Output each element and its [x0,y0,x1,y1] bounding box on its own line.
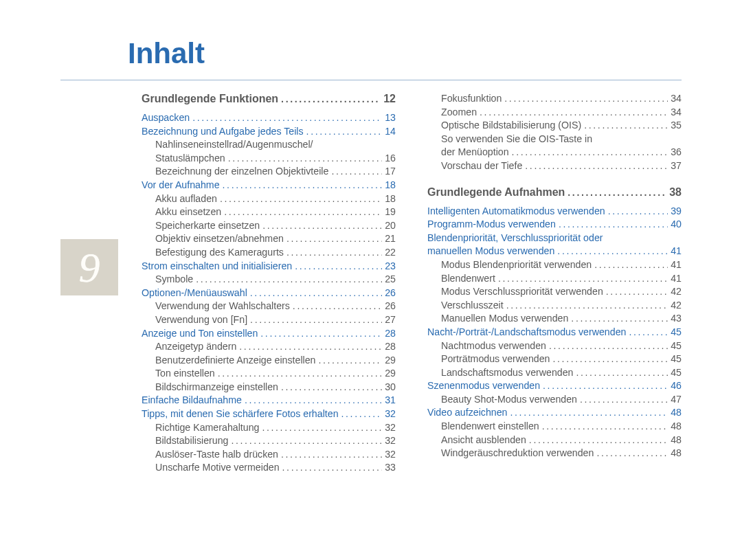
toc-sub-row: Porträtmodus verwenden..................… [427,354,682,363]
toc-entry-label: Benutzerdefinierte Anzeige einstellen [155,355,315,365]
toc-entry-page: 32 [385,436,396,445]
toc-entry-page: 34 [671,93,682,103]
toc-entry-label: Akku aufladen [155,194,217,203]
toc-sub-row: Verwendung der Wahlschalters............… [142,301,396,311]
toc-section-row: Einfache Bildaufnahme...................… [142,395,396,405]
toc-entry-label: Objektiv einsetzen/abnehmen [155,234,284,243]
toc-sub-row: Richtige Kamerahaltung..................… [142,423,396,432]
toc-chapter-row: Grundlegende Funktionen.................… [142,93,396,104]
toc-entry-label: Modus Verschlusspriorität verwenden [441,287,603,296]
toc-leader-dots: ........................................… [606,287,668,296]
toc-entry-label: Bildschirmanzeige einstellen [155,382,278,392]
toc-entry-page: 28 [385,328,396,338]
toc-entry-page: 25 [385,274,396,284]
toc-entry-label: Blendenpriorität, Verschlusspriorität od… [427,233,603,243]
toc-entry-label: der Menüoption [441,147,509,157]
toc-leader-dots: ........................................… [318,355,382,365]
toc-leader-dots: ........................................… [250,288,382,298]
toc-sub-row: Unscharfe Motive vermeiden..............… [142,462,396,472]
toc-section-row: manuellen Modus verwenden...............… [427,246,682,256]
toc-entry-label: Ton einstellen [155,368,215,378]
toc-leader-dots: ........................................… [341,409,383,418]
toc-entry-label: Richtige Kamerahaltung [155,423,259,432]
toc-entry-page: 48 [671,448,682,458]
toc-sub-row: Bildschirmanzeige einstellen............… [142,382,396,392]
toc-entry-label: So verwenden Sie die OIS-Taste in [441,134,592,144]
toc-leader-dots: ........................................… [293,301,382,311]
toc-sub-row: Blendenwert einstellen..................… [427,421,682,431]
toc-entry-label: Blendenwert einstellen [441,421,539,431]
toc-leader-dots: ........................................… [286,234,382,243]
toc-sub-row: So verwenden Sie die OIS-Taste in [427,134,682,144]
toc-entry-page: 37 [671,161,682,170]
toc-entry-label: Intelligenten Automatikmodus verwenden [427,206,605,216]
toc-entry-page: 12 [383,93,396,104]
toc-entry-label: Programm-Modus verwenden [427,219,556,229]
toc-entry-label: Bezeichnung der einzelnen Objektivteile [155,166,328,176]
toc-entry-page: 32 [385,409,396,418]
toc-entry-label: Optische Bildstabilisierung (OIS) [441,120,581,130]
toc-entry-page: 45 [671,327,682,337]
page-root: 9 Inhalt Grundlegende Funktionen........… [0,0,742,560]
toc-chapter-row: Grundlegende Aufnahmen..................… [427,187,682,198]
toc-leader-dots: ........................................… [192,113,382,122]
toc-entry-page: 41 [671,273,682,283]
toc-sub-row: Statuslämpchen..........................… [142,153,396,163]
toc-entry-label: Nacht-/Porträt-/Landschaftsmodus verwend… [427,327,626,337]
toc-leader-dots: ........................................… [224,207,382,216]
toc-leader-dots: ........................................… [220,194,382,203]
toc-entry-label: Verwendung von [Fn] [155,315,247,324]
toc-sub-row: Vorschau der Tiefe......................… [427,161,682,170]
toc-entry-label: Tipps, mit denen Sie schärfere Fotos erh… [142,409,339,418]
toc-entry-page: 27 [385,315,396,324]
toc-entry-label: Auspacken [142,113,190,122]
toc-leader-dots: ........................................… [498,273,668,283]
toc-entry-page: 29 [385,368,396,378]
toc-section-row: Video aufzeichnen.......................… [427,407,682,417]
toc-leader-dots: ........................................… [543,381,668,390]
toc-entry-page: 33 [385,462,396,472]
toc-leader-dots: ........................................… [250,315,382,324]
toc-entry-label: Nahlinseneinstellrad/Augenmuschel/ [155,139,313,149]
toc-entry-page: 28 [385,341,396,351]
toc-leader-dots: ........................................… [239,341,382,351]
toc-sub-row: Optische Bildstabilisierung (OIS).......… [427,120,682,130]
toc-entry-page: 17 [385,166,396,176]
toc-entry-page: 13 [385,113,396,122]
toc-entry-page: 48 [671,407,682,417]
toc-sub-row: Blendenwert.............................… [427,273,682,283]
toc-leader-dots: ........................................… [506,300,668,310]
toc-entry-page: 48 [671,421,682,431]
toc-entry-label: Verwendung der Wahlschalters [155,301,290,311]
toc-entry-page: 42 [671,287,682,296]
toc-section-row: Optionen-/Menüauswahl...................… [142,288,396,298]
toc-entry-label: Unscharfe Motive vermeiden [155,462,280,472]
toc-entry-page: 18 [385,180,396,190]
toc-section-row: Vor der Aufnahme........................… [142,180,396,190]
toc-leader-dots: ........................................… [557,246,668,256]
toc-sub-row: Befestigung des Kameragurts.............… [142,247,396,257]
toc-leader-dots: ........................................… [260,328,382,338]
toc-leader-dots: ........................................… [331,166,382,176]
toc-entry-page: 41 [671,246,682,256]
toc-sub-row: Objektiv einsetzen/abnehmen.............… [142,234,396,243]
toc-section-row: Anzeige und Ton einstellen..............… [142,328,396,338]
toc-sub-row: Modus Verschlusspriorität verwenden.....… [427,287,682,296]
toc-sub-row: Zoomen..................................… [427,107,682,117]
toc-sub-row: Nahlinseneinstellrad/Augenmuschel/ [142,139,396,149]
toc-column-left: Grundlegende Funktionen.................… [142,93,396,476]
toc-entry-page: 45 [671,354,682,363]
toc-entry-page: 14 [385,126,396,136]
toc-entry-page: 30 [385,382,396,392]
toc-entry-label: Blendenwert [441,273,495,283]
toc-entry-label: Modus Blendenpriorität verwenden [441,260,592,269]
toc-entry-label: Video aufzeichnen [427,407,508,417]
toc-sub-row: Akku einsetzen..........................… [142,207,396,216]
toc-leader-dots: ........................................… [596,448,668,458]
toc-sub-row: Fokusfunktion...........................… [427,93,682,103]
toc-leader-dots: ........................................… [549,341,668,350]
toc-entry-label: Strom einschalten und initialisieren [142,261,292,271]
toc-entry-label: Ansicht ausblenden [441,435,526,445]
toc-leader-dots: ........................................… [480,107,668,117]
toc-entry-page: 19 [385,207,396,216]
